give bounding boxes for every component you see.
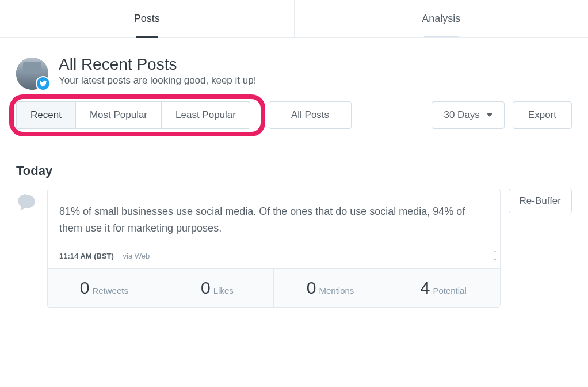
date-range-label: 30 Days (444, 109, 479, 121)
rebuffer-button[interactable]: Re-Buffer (509, 189, 572, 213)
stat-likes-label: Likes (213, 286, 234, 295)
post-card: 81% of small businesses use social media… (47, 189, 501, 308)
filter-recent-button[interactable]: Recent (16, 101, 76, 129)
filter-most-popular-button[interactable]: Most Popular (76, 101, 162, 129)
stat-retweets: 0 Retweets (48, 269, 161, 307)
post-meta: 11:14 AM (BST) via Web (59, 252, 488, 260)
page-header: All Recent Posts Your latest posts are l… (16, 55, 572, 90)
twitter-icon (36, 76, 51, 91)
chevron-down-icon (487, 113, 492, 117)
speech-bubble-icon (16, 192, 37, 213)
stat-likes: 0 Likes (161, 269, 274, 307)
page-subtitle: Your latest posts are looking good, keep… (59, 75, 256, 86)
stat-mentions: 0 Mentions (274, 269, 387, 307)
stat-retweets-value: 0 (80, 278, 90, 298)
avatar-wrapper (16, 58, 48, 90)
section-today-title: Today (16, 164, 572, 179)
page-title: All Recent Posts (59, 55, 256, 74)
post-text: 81% of small businesses use social media… (59, 203, 488, 237)
stat-potential: 4 Potential (387, 269, 500, 307)
stat-potential-value: 4 (421, 278, 430, 298)
tab-posts-label: Posts (134, 13, 160, 25)
stat-mentions-label: Mentions (319, 286, 354, 295)
stat-mentions-value: 0 (307, 278, 316, 298)
filter-least-popular-button[interactable]: Least Popular (162, 101, 250, 129)
post-time: 11:14 AM (BST) (59, 252, 114, 260)
header-text: All Recent Posts Your latest posts are l… (59, 55, 256, 86)
stat-retweets-label: Retweets (92, 286, 128, 295)
stat-potential-label: Potential (433, 286, 466, 295)
tab-analysis-label: Analysis (422, 13, 460, 25)
top-tabs: Posts Analysis (0, 0, 588, 38)
post-via: via Web (123, 252, 150, 260)
controls-row: Recent Most Popular Least Popular All Po… (16, 101, 572, 129)
post-row: 81% of small businesses use social media… (16, 189, 572, 308)
scroll-arrows-icon[interactable]: ˄ ˅ (494, 250, 497, 265)
export-button[interactable]: Export (513, 101, 572, 129)
tab-analysis[interactable]: Analysis (295, 0, 589, 37)
date-range-dropdown[interactable]: 30 Days (432, 101, 504, 129)
sort-segment: Recent Most Popular Least Popular (16, 101, 250, 129)
all-posts-button[interactable]: All Posts (269, 101, 352, 129)
stat-likes-value: 0 (201, 278, 211, 298)
post-stats: 0 Retweets 0 Likes 0 Mentions 4 Potentia… (48, 268, 500, 307)
tab-posts[interactable]: Posts (0, 0, 295, 37)
